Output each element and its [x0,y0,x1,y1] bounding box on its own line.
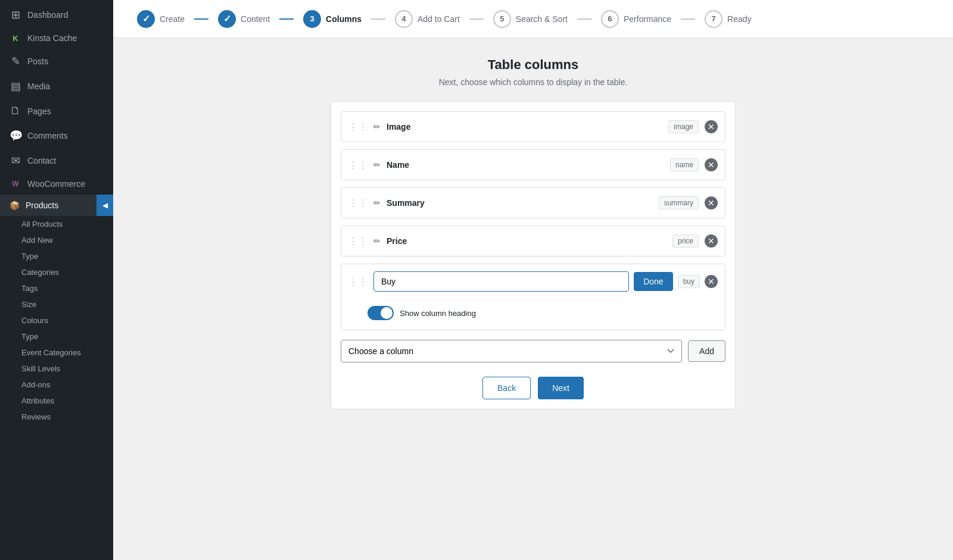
page-subtitle: Next, choose which columns to display in… [127,77,939,87]
column-row-buy: ⋮⋮ Done buy ✕ Show column heading [341,264,725,330]
sidebar-item-skill-levels[interactable]: Skill Levels [0,361,113,377]
buy-row-main: ⋮⋮ Done buy ✕ [348,271,718,292]
col-tag-image: image [668,120,699,133]
sidebar-item-colours[interactable]: Colours [0,312,113,329]
step-label-ready: Ready [727,14,751,24]
sidebar-item-contact[interactable]: ✉ Contact [0,148,113,173]
column-row-price: ⋮⋮ ✏ Price price ✕ [341,226,725,256]
sidebar-item-comments[interactable]: 💬 Comments [0,123,113,148]
sidebar-item-add-ons[interactable]: Add-ons [0,377,113,393]
edit-icon-price[interactable]: ✏ [373,236,381,246]
drag-handle-name[interactable]: ⋮⋮ [348,159,368,171]
wizard-divider-5 [577,18,591,20]
sidebar-item-attributes[interactable]: Attributes [0,393,113,409]
contact-icon: ✉ [10,154,21,167]
col-name-image: Image [387,122,662,132]
wizard-divider-1 [194,18,208,20]
nav-buttons: Back Next [341,377,725,399]
columns-container: ⋮⋮ ✏ Image image ✕ ⋮⋮ ✏ Name name ✕ ⋮⋮ ✏… [331,101,736,409]
wizard-divider-3 [371,18,385,20]
sidebar-item-reviews[interactable]: Reviews [0,409,113,425]
step-circle-ready: 7 [705,10,722,28]
toggle-label: Show column heading [400,309,476,318]
kinsta-icon: K [10,34,21,43]
sidebar-item-label: Kinsta Cache [27,33,77,43]
content-area: Table columns Next, choose which columns… [113,38,953,560]
sidebar-item-label: Products [26,201,58,210]
remove-button-name[interactable]: ✕ [705,158,718,171]
wizard-step-ready[interactable]: 7 Ready [695,10,761,28]
sidebar-item-posts[interactable]: ✎ Posts [0,49,113,74]
toggle-knob [381,307,393,319]
buy-edit-row: Done buy ✕ [373,271,718,292]
remove-button-buy[interactable]: ✕ [705,275,718,288]
step-label-create: Create [160,14,185,24]
sidebar-item-woocommerce[interactable]: W WooCommerce [0,173,113,195]
step-circle-performance: 6 [601,10,619,28]
sidebar-item-kinsta-cache[interactable]: K Kinsta Cache [0,27,113,49]
sidebar-item-size[interactable]: Size [0,296,113,312]
products-icon: 📦 [10,201,20,210]
col-tag-summary: summary [659,196,699,209]
wizard-step-search-sort[interactable]: 5 Search & Sort [484,10,577,28]
sidebar-item-label: Contact [27,156,56,165]
show-heading-toggle-row: Show column heading [368,304,718,323]
drag-handle-price[interactable]: ⋮⋮ [348,236,368,247]
sidebar-item-products[interactable]: 📦 Products ◀ [0,195,113,216]
sidebar-item-add-new[interactable]: Add New [0,232,113,248]
col-name-price: Price [387,236,667,246]
sidebar-item-type2[interactable]: Type [0,329,113,345]
remove-button-image[interactable]: ✕ [705,120,718,133]
sidebar-item-pages[interactable]: 🗋 Pages [0,99,113,123]
drag-handle-image[interactable]: ⋮⋮ [348,121,368,133]
choose-column-row: Choose a column Add [341,340,725,362]
wizard-step-content[interactable]: ✓ Content [208,10,279,28]
pages-icon: 🗋 [10,105,21,117]
drag-handle-summary[interactable]: ⋮⋮ [348,198,368,209]
sidebar-item-tags[interactable]: Tags [0,280,113,296]
sidebar-item-media[interactable]: ▤ Media [0,74,113,99]
edit-icon-summary[interactable]: ✏ [373,198,381,208]
step-label-performance: Performance [624,14,671,24]
drag-handle-buy[interactable]: ⋮⋮ [348,276,368,287]
next-button[interactable]: Next [538,377,584,399]
sidebar-item-all-products[interactable]: All Products [0,216,113,232]
column-row-name: ⋮⋮ ✏ Name name ✕ [341,149,725,180]
page-title: Table columns [127,57,939,73]
sidebar-item-categories[interactable]: Categories [0,264,113,280]
edit-icon-image[interactable]: ✏ [373,122,381,132]
wizard-step-performance[interactable]: 6 Performance [591,10,681,28]
col-tag-buy: buy [678,275,700,288]
wizard-step-columns[interactable]: 3 Columns [294,10,371,28]
choose-column-select[interactable]: Choose a column [341,340,682,362]
wizard-step-add-to-cart[interactable]: 4 Add to Cart [385,10,469,28]
step-circle-add-to-cart: 4 [395,10,413,28]
sidebar-item-label: Media [27,82,50,91]
col-name-summary: Summary [387,198,653,208]
remove-button-summary[interactable]: ✕ [705,196,718,209]
wizard-divider-2 [279,18,294,20]
step-label-add-to-cart: Add to Cart [418,14,460,24]
main-area: ✓ Create ✓ Content 3 Columns 4 Add to Ca… [113,0,953,560]
comments-icon: 💬 [10,129,21,142]
sidebar-item-type[interactable]: Type [0,248,113,264]
buy-name-input[interactable] [373,271,629,292]
sidebar-item-label: Dashboard [27,10,68,20]
posts-icon: ✎ [10,55,21,68]
add-column-button[interactable]: Add [688,340,725,362]
wizard-step-create[interactable]: ✓ Create [127,10,194,28]
wizard-header: ✓ Create ✓ Content 3 Columns 4 Add to Ca… [113,0,953,38]
back-button[interactable]: Back [482,377,531,399]
done-button[interactable]: Done [634,272,672,291]
edit-icon-name[interactable]: ✏ [373,160,381,170]
col-tag-price: price [672,234,699,248]
step-circle-columns: 3 [303,10,321,28]
sidebar-item-event-categories[interactable]: Event Categories [0,345,113,361]
show-heading-toggle[interactable] [368,306,394,320]
column-row-image: ⋮⋮ ✏ Image image ✕ [341,111,725,142]
sidebar-item-dashboard[interactable]: ⊞ Dashboard [0,2,113,27]
dashboard-icon: ⊞ [10,8,21,21]
remove-button-price[interactable]: ✕ [705,234,718,248]
step-label-search-sort: Search & Sort [516,14,568,24]
woocommerce-icon: W [10,180,21,188]
